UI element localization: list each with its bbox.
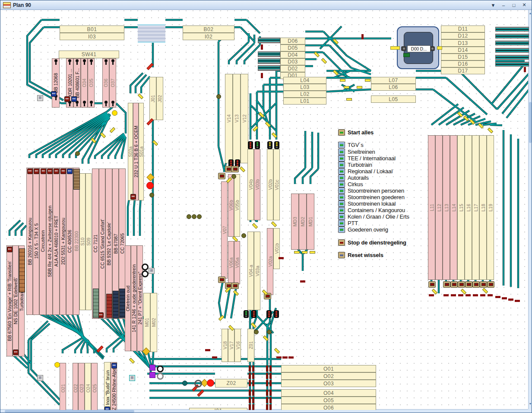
track-block-md3[interactable]: MD3: [291, 194, 299, 250]
signal-icon[interactable]: [274, 310, 279, 318]
track-block-241-p7-orient-express[interactable]: 241 P7 + "Orient Express": [137, 245, 143, 351]
stop-button-icon[interactable]: [218, 276, 225, 283]
track-block-v13[interactable]: V13: [233, 74, 241, 163]
ground-signal-icon[interactable]: [54, 59, 58, 65]
track-block-l15[interactable]: L15: [457, 135, 465, 280]
track-block-sbb-re-4-4-2x-zwitserse-rijtuigen[interactable]: SBB Re 4/4 2x + Zwitserse rijtuigen: [46, 168, 53, 315]
ground-signal-icon[interactable]: [89, 101, 93, 106]
block-label-o03[interactable]: O03: [281, 380, 376, 387]
block-label-d16[interactable]: D16: [441, 60, 485, 67]
menu-item-cirkus[interactable]: Cirkus: [338, 181, 363, 187]
item-chip-icon[interactable]: [338, 142, 345, 148]
start-chip-icon[interactable]: [338, 129, 345, 136]
track-block-a1a-a1a-468010-fret[interactable]: A1A A1A 468010 + FRET: [53, 168, 60, 315]
block-label-d14[interactable]: D14: [441, 47, 485, 54]
track-block-inox-budd-bruin[interactable]: Inox "Budd" bruin: [104, 362, 111, 410]
stop-button-icon[interactable]: [218, 173, 225, 179]
ground-signal-icon[interactable]: [104, 101, 108, 106]
block-label-d03[interactable]: D03: [280, 58, 305, 65]
item-chip-icon[interactable]: [338, 187, 345, 194]
scrollbar-thumb[interactable]: [5, 410, 134, 413]
signal-icon[interactable]: [248, 141, 253, 149]
ground-signal-icon[interactable]: [111, 101, 115, 106]
menu-item-sneltreinen[interactable]: Sneltreinen: [338, 149, 375, 155]
maximize-button[interactable]: □: [509, 2, 519, 9]
track-block-j01[interactable]: J01: [149, 77, 156, 120]
ground-signal-icon[interactable]: [68, 59, 72, 65]
track-block-v06a[interactable]: V06a: [228, 241, 234, 284]
turntable-block[interactable]: D00 D...: [397, 26, 439, 69]
ground-signal-icon[interactable]: [75, 59, 79, 65]
signal-icon[interactable]: [251, 310, 256, 318]
block-label-d12[interactable]: D12: [441, 32, 485, 39]
track-block-m01[interactable]: M01: [143, 293, 150, 352]
track-block-v05b[interactable]: V05b: [234, 174, 240, 237]
block-label-z02[interactable]: Z02: [215, 379, 247, 388]
track-block-o23[interactable]: O23: [78, 363, 85, 410]
ground-signal-icon[interactable]: [82, 101, 86, 106]
menu-item-tgv-s[interactable]: TGV´s: [338, 142, 364, 148]
item-chip-icon[interactable]: [338, 220, 345, 226]
track-block-v02b[interactable]: V02b: [267, 149, 273, 220]
track-block-o34[interactable]: O34: [81, 58, 88, 108]
stop-button-icon[interactable]: [231, 166, 239, 172]
track-block-v03b[interactable]: V03b: [254, 149, 260, 220]
menu-item-stoomtreinen-lokaal[interactable]: Stoomtreinen lokaal: [338, 200, 396, 207]
stop-button-icon[interactable]: [465, 281, 472, 288]
track-block-l13[interactable]: L13: [443, 135, 450, 280]
block-label-d02[interactable]: D02: [280, 65, 305, 72]
track-block-150-x-5-t34-x-5[interactable]: 150 X 5 - T34 X 5: [33, 168, 39, 315]
block-label-i03[interactable]: I03: [60, 33, 124, 40]
track-block-v16[interactable]: V16: [234, 329, 241, 362]
item-chip-icon[interactable]: [338, 181, 345, 187]
block-label-o05[interactable]: O05: [281, 397, 376, 404]
scroll-down-icon[interactable]: ▼: [529, 400, 532, 407]
item-chip-icon[interactable]: [338, 226, 345, 233]
ground-signal-icon[interactable]: [104, 59, 108, 65]
block-label-l04[interactable]: L04: [283, 77, 326, 84]
menu-item-autorails[interactable]: Autorails: [338, 175, 369, 181]
menu-item-stop-de-dienstregeling[interactable]: Stop de dienstregeling: [338, 239, 406, 246]
track-block-l18[interactable]: L18: [479, 135, 487, 280]
track-block-v05a[interactable]: V05a: [234, 241, 240, 284]
stop-button-icon[interactable]: [458, 281, 465, 288]
track-block-j02[interactable]: J02: [156, 77, 163, 120]
block-label-d05[interactable]: D05: [280, 44, 305, 51]
track-block-2d2-5531-kangourou[interactable]: 2D2 5531 + Kangourou: [60, 168, 66, 315]
track-block-md2[interactable]: MD2: [299, 194, 307, 250]
track-block-v14[interactable]: V14: [225, 74, 233, 163]
signal-icon[interactable]: [266, 310, 272, 318]
menu-item-kolen-graan-olie-erts[interactable]: Kolen / Graan / Olie / Erts: [338, 213, 409, 220]
stop-button-icon[interactable]: [480, 281, 487, 288]
track-block-cc-6515-grand-confort[interactable]: CC 6515 'Grand Confort': [99, 168, 105, 319]
block-label-l01[interactable]: L01: [283, 98, 326, 105]
track-block-v01b[interactable]: V01b: [273, 228, 280, 269]
block-label-sw41[interactable]: SW41: [59, 51, 119, 58]
track-block-v01c[interactable]: V01c: [273, 149, 280, 220]
stop-chip-icon[interactable]: [338, 239, 345, 246]
track-block-s01a[interactable]: S01a: [139, 103, 144, 200]
scrollbar-thumb[interactable]: [529, 102, 532, 143]
track-block-bb-26016-kangourou[interactable]: BB 26016 + Kangourou: [26, 168, 33, 315]
block-label-d15[interactable]: D15: [441, 54, 485, 60]
track-block-o22[interactable]: O22: [73, 363, 78, 410]
track-block-bb-67560-en-voyage-rib-transilien[interactable]: BB 67560 'En Voyage' + RIB 'Transilien': [6, 245, 13, 356]
block-label-i01[interactable]: I01: [189, 408, 247, 410]
close-button[interactable]: ✕: [519, 2, 529, 9]
menu-item-reset-wissels[interactable]: Reset wissels: [338, 252, 383, 258]
block-label-i02[interactable]: I02: [183, 33, 234, 40]
track-block-v03a[interactable]: V03a: [254, 232, 260, 310]
window-menu-button[interactable]: ▼: [488, 2, 498, 9]
block-label-o01[interactable]: O01: [281, 365, 376, 372]
track-block-v02a[interactable]: V02a: [267, 228, 273, 295]
stop-button-icon[interactable]: [487, 281, 494, 288]
track-block-l12[interactable]: L12: [435, 135, 443, 280]
track-block-o36[interactable]: O36: [102, 58, 109, 108]
track-block-141-r-1246-oude-goederentrein[interactable]: 141 R 1246 + oude goederentrein: [131, 245, 137, 351]
stop-button-icon[interactable]: [428, 281, 436, 288]
vertical-scrollbar[interactable]: ▲ ▼: [528, 10, 532, 410]
item-chip-icon[interactable]: [338, 207, 345, 213]
block-label-o02[interactable]: O02: [281, 372, 376, 380]
menu-item-regionaal-lokaal[interactable]: Regionaal / Lokaal: [338, 168, 393, 175]
block-label-b02[interactable]: B02: [183, 25, 234, 33]
